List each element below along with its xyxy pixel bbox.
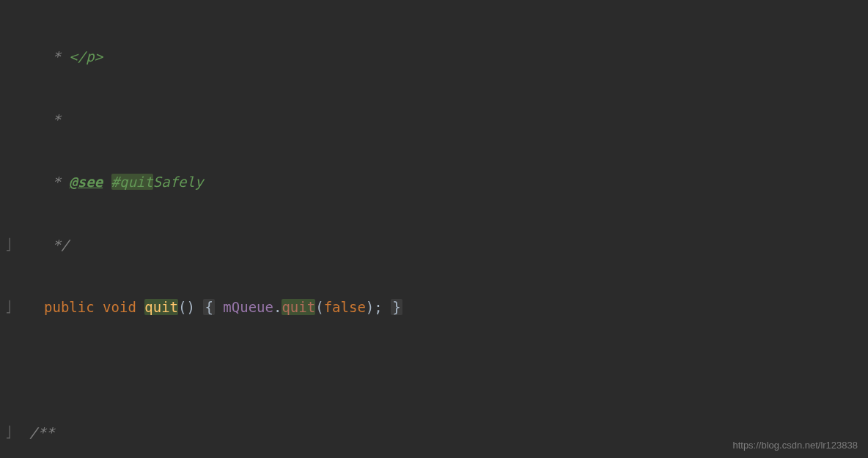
- gutter-mark: ⎦: [0, 237, 15, 254]
- comment-end: */: [44, 237, 69, 253]
- watermark: https://blog.csdn.net/lr123838: [732, 438, 858, 453]
- gutter-mark: ⎦: [0, 424, 15, 441]
- method-quit: public void quit() { mQueue.quit(false);…: [15, 297, 402, 318]
- comment: * </p>: [44, 48, 103, 64]
- gutter-mark: ⎦: [0, 299, 15, 316]
- comment: * @see #quitSafely: [44, 174, 203, 190]
- code-editor[interactable]: * </p> * * @see #quitSafely ⎦ */ ⎦public…: [0, 0, 868, 458]
- comment-open: /**: [29, 424, 54, 440]
- comment: *: [44, 111, 61, 128]
